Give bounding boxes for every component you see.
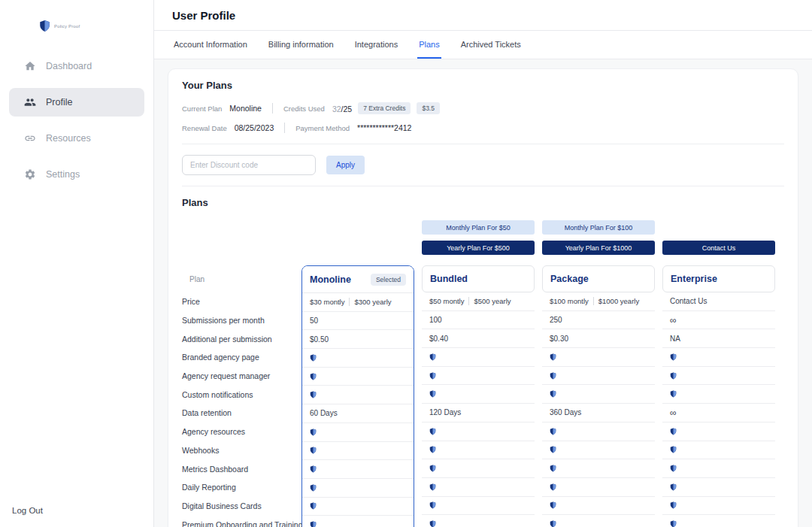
plan-cell [302, 479, 414, 498]
tab-archived-tickets[interactable]: Archived Tickets [459, 31, 523, 59]
plan-cell [542, 459, 655, 478]
renewal-date-value: 08/25/2023 [235, 123, 274, 132]
check-shield-icon [310, 465, 317, 473]
check-shield-icon [429, 372, 436, 380]
plan-cell [422, 515, 535, 527]
check-shield-icon [670, 483, 677, 491]
check-shield-icon [310, 484, 317, 492]
plan-header: Package [542, 265, 655, 292]
section-divider [182, 144, 784, 144]
plan-cell [302, 442, 414, 461]
plan-feature-label: Submissions per month [182, 311, 294, 330]
credits-total-count: /25 [341, 104, 353, 114]
plan-column-box: Bundled$50 montly$500 yearly100$0.40120 … [422, 265, 535, 527]
plan-cell [422, 348, 535, 367]
renewal-date-label: Renewal Date [182, 124, 227, 132]
main-area: User Profile Account Information Billing… [154, 0, 812, 527]
brand-name: Policy Proof [54, 24, 80, 29]
check-shield-icon [670, 372, 677, 380]
plan-cell [542, 515, 655, 527]
check-shield-icon [550, 465, 556, 472]
tab-plans[interactable]: Plans [417, 31, 441, 59]
plan-cta-button[interactable]: Yearly Plan For $500 [422, 241, 535, 255]
plan-cell [542, 478, 655, 497]
plan-row-header: Plan [182, 265, 294, 292]
plan-feature-label: Data retention [182, 404, 294, 423]
sidebar-item-label: Dashboard [46, 61, 92, 71]
content-area: Your Plans Current Plan Monoline Credits… [154, 59, 812, 527]
plan-cell [302, 349, 414, 368]
check-shield-icon [310, 429, 317, 436]
sidebar-item-dashboard[interactable]: Dashboard [9, 52, 144, 80]
plan-cell: $0.50 [302, 330, 414, 349]
users-icon [24, 96, 36, 108]
plan-cell [542, 385, 655, 404]
price-yearly: $1000 yearly [598, 297, 639, 305]
price-monthly: $30 montly [310, 298, 344, 306]
price-divider [593, 297, 594, 305]
vertical-divider [284, 123, 285, 133]
pricing-label-column: PlanPriceSubmissions per monthAdditional… [182, 220, 294, 527]
check-shield-icon [310, 447, 317, 454]
plan-cell: 100 [422, 311, 535, 330]
discount-code-input[interactable] [182, 155, 316, 175]
sidebar-nav: Dashboard Profile Resources Settings [0, 52, 153, 189]
check-shield-icon [429, 428, 436, 435]
app-window: Policy Proof Dashboard Profile Resources… [0, 0, 812, 527]
logout-button[interactable]: Log Out [12, 506, 43, 515]
check-shield-icon [310, 373, 317, 380]
plan-feature-label: Custom notifications [182, 385, 294, 404]
extra-credits-badge: 7 Extra Credits [358, 102, 411, 114]
plan-cell [662, 515, 775, 527]
plan-cta-button[interactable]: Monthly Plan For $100 [542, 220, 655, 235]
plan-cell [302, 516, 414, 527]
plan-cell [662, 348, 775, 367]
brand-logo: Policy Proof [0, 0, 153, 32]
check-shield-icon [670, 446, 677, 453]
plan-column-bundled: Monthly Plan For $50Yearly Plan For $500… [422, 220, 535, 527]
plan-feature-label: Additional per submission [182, 329, 294, 348]
plan-cta-area [301, 220, 414, 255]
plan-cta-button[interactable]: Monthly Plan For $50 [422, 220, 535, 235]
tab-bar: Account Information Billing information … [154, 31, 812, 59]
plan-feature-label: Daily Reporting [182, 478, 294, 497]
plan-cell [662, 423, 775, 441]
price-divider [468, 297, 469, 305]
tab-account-information[interactable]: Account Information [172, 31, 249, 59]
plan-header: Bundled [422, 265, 535, 292]
sidebar-item-label: Resources [46, 133, 91, 144]
link-icon [24, 132, 36, 144]
plan-column-package: Monthly Plan For $100Yearly Plan For $10… [542, 220, 655, 527]
price-monthly: $50 montly [429, 297, 464, 305]
plan-cell [422, 385, 535, 404]
plan-feature-label: Agency request manager [182, 367, 294, 386]
plan-cta-button[interactable]: Yearly Plan For $1000 [542, 241, 655, 255]
plan-column-box: MonolineSelected$30 montly$300 yearly50$… [301, 265, 414, 527]
check-shield-icon [550, 372, 556, 380]
credits-used-value: 32/25 [332, 101, 352, 115]
sidebar-item-settings[interactable]: Settings [9, 160, 144, 189]
plan-cell: Contact Us [662, 292, 775, 311]
sidebar-item-label: Settings [46, 169, 80, 180]
home-icon [24, 60, 36, 72]
plan-cell [542, 497, 655, 516]
tab-integrations[interactable]: Integrations [353, 31, 399, 59]
plan-cell: ∞ [662, 404, 775, 423]
plan-cta-area: Contact Us [662, 220, 775, 255]
sidebar-item-resources[interactable]: Resources [9, 124, 144, 153]
vertical-divider [272, 103, 273, 114]
plan-cell [302, 498, 414, 516]
sidebar-item-label: Profile [46, 97, 72, 108]
check-shield-icon [310, 354, 317, 362]
sidebar-item-profile[interactable]: Profile [9, 88, 144, 117]
apply-discount-button[interactable]: Apply [326, 156, 365, 174]
plan-name: Package [550, 274, 589, 284]
check-shield-icon [550, 501, 556, 509]
plan-cta-button[interactable]: Contact Us [662, 241, 775, 255]
tab-billing-information[interactable]: Billing information [267, 31, 335, 59]
plan-cell [302, 386, 414, 404]
plan-cell: 250 [542, 311, 655, 330]
check-shield-icon [310, 521, 317, 527]
credits-used-count: 32 [332, 104, 341, 114]
plan-cell: $0.30 [542, 329, 655, 348]
